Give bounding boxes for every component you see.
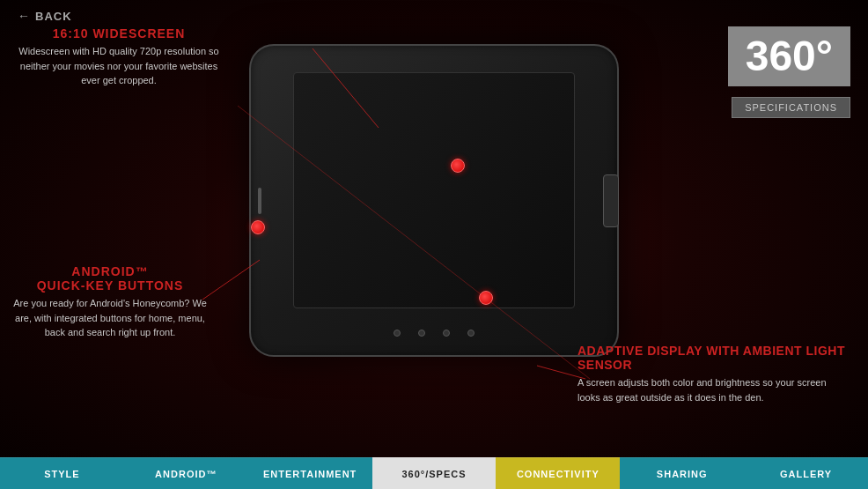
android-subtitle: QUICK-KEY BUTTONS	[9, 278, 211, 293]
tablet-screen	[293, 72, 575, 308]
nav-item-android[interactable]: ANDROID™	[124, 457, 248, 489]
back-arrow-icon: ←	[18, 9, 30, 23]
tablet-device	[232, 26, 636, 370]
specifications-button[interactable]: SPECIFICATIONS	[732, 97, 850, 118]
android-body: Are you ready for Android's Honeycomb? W…	[9, 296, 211, 340]
annotation-widescreen: 16:10 WIDESCREEN Widescreen with HD qual…	[18, 26, 220, 88]
nav-item-style[interactable]: STYLE	[0, 457, 124, 489]
adaptive-title: ADAPTIVE DISPLAY WITH AMBIENT LIGHT SENS…	[577, 344, 850, 372]
nav-item-entertainment[interactable]: ENTERTAINMENT	[248, 457, 372, 489]
badge-360: 360°	[728, 26, 850, 86]
back-button[interactable]: ← BACK	[18, 9, 72, 23]
widescreen-title: 16:10 WIDESCREEN	[18, 26, 220, 41]
tablet-search-btn	[467, 330, 474, 337]
tablet-bottom-buttons	[293, 325, 575, 341]
adaptive-body: A screen adjusts both color and brightne…	[577, 375, 850, 404]
tablet-home-btn	[394, 330, 401, 337]
hotspot-3[interactable]	[479, 291, 493, 305]
nav-bar: STYLE ANDROID™ ENTERTAINMENT 360°/SPECS …	[0, 457, 868, 489]
nav-item-sharing[interactable]: SHARING	[620, 457, 744, 489]
tablet-menu-btn	[418, 330, 425, 337]
android-title: ANDROID™	[9, 264, 211, 278]
hotspot-1[interactable]	[451, 159, 465, 173]
nav-item-specs[interactable]: 360°/SPECS	[372, 457, 497, 489]
nav-item-gallery[interactable]: GALLERY	[744, 457, 868, 489]
tablet-shell	[249, 44, 619, 357]
nav-item-connectivity[interactable]: CONNECTIVITY	[496, 457, 620, 489]
widescreen-body: Widescreen with HD quality 720p resoluti…	[18, 44, 220, 88]
tablet-power-button	[258, 188, 261, 214]
back-label: BACK	[35, 10, 72, 23]
hotspot-2[interactable]	[251, 220, 265, 234]
annotation-android: ANDROID™ QUICK-KEY BUTTONS Are you ready…	[9, 264, 211, 340]
annotation-adaptive: ADAPTIVE DISPLAY WITH AMBIENT LIGHT SENS…	[577, 344, 850, 404]
badge-360-text: 360°	[746, 33, 833, 79]
tablet-speaker	[603, 174, 619, 227]
tablet-back-btn	[443, 330, 450, 337]
